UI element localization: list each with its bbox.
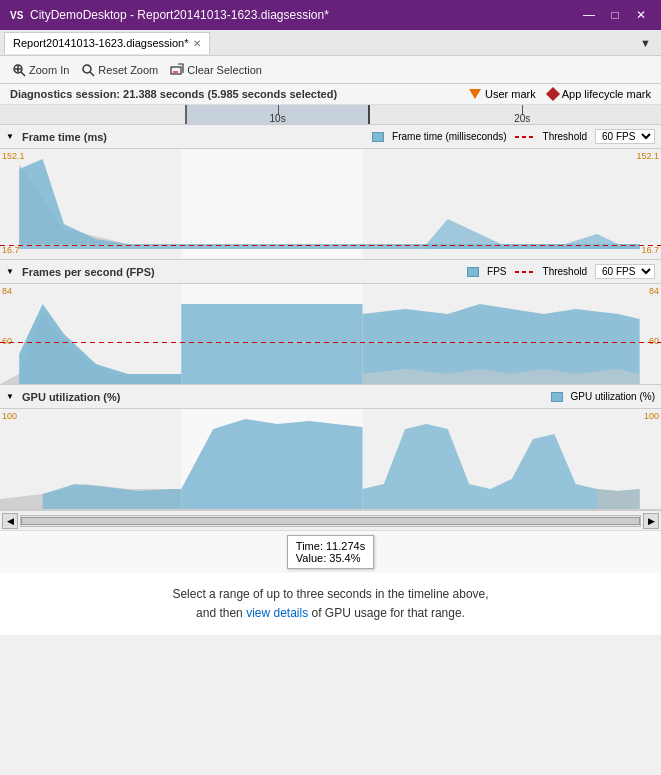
tooltip-time: Time: 11.274s xyxy=(296,540,365,552)
svg-marker-28 xyxy=(597,489,640,509)
ruler-label-10s: 10s xyxy=(270,113,286,124)
app-lifecycle-label: App lifecycle mark xyxy=(562,88,651,100)
zoom-in-icon xyxy=(12,63,26,77)
reset-zoom-label: Reset Zoom xyxy=(98,64,158,76)
user-mark-icon xyxy=(469,89,481,99)
gpu-legend-icon xyxy=(551,392,563,402)
tab-dropdown-icon[interactable]: ▼ xyxy=(634,35,657,51)
horizontal-scrollbar: ◀ ▶ xyxy=(0,510,661,530)
frame-time-top-right: 152.1 xyxy=(636,151,659,161)
tab-bar: Report20141013-1623.diagsession* ✕ ▼ xyxy=(0,30,661,56)
svg-point-6 xyxy=(83,65,91,73)
bottom-line2: and then view details of GPU usage for t… xyxy=(20,604,641,623)
window-title: CityDemoDesktop - Report20141013-1623.di… xyxy=(30,8,329,22)
fps-select-fps[interactable]: 60 FPS 30 FPS xyxy=(595,264,655,279)
fps-bottom-right: 60 xyxy=(649,336,659,346)
title-bar-left: VS CityDemoDesktop - Report20141013-1623… xyxy=(8,7,329,23)
svg-rect-11 xyxy=(181,149,362,259)
maximize-button[interactable]: □ xyxy=(603,3,627,27)
svg-rect-8 xyxy=(171,67,181,74)
chart-tooltip: Time: 11.274s Value: 35.4% xyxy=(287,535,374,569)
svg-line-3 xyxy=(21,72,25,76)
clear-selection-icon xyxy=(170,63,184,77)
fps-legend-label: FPS xyxy=(487,266,506,277)
fps-legend-icon xyxy=(467,267,479,277)
frame-time-bottom-left: 16.7 xyxy=(2,245,20,255)
fps-threshold-label: Threshold xyxy=(543,266,587,277)
tab-close-icon[interactable]: ✕ xyxy=(193,38,201,49)
frame-time-legend: Frame time (milliseconds) Threshold 60 F… xyxy=(372,129,655,144)
window-controls: — □ ✕ xyxy=(577,3,653,27)
frame-time-chart-body[interactable]: 152.1 16.7 152.1 16.7 xyxy=(0,149,661,259)
clear-selection-button[interactable]: Clear Selection xyxy=(166,61,266,79)
gpu-header: ▼ GPU utilization (%) GPU utilization (%… xyxy=(0,385,661,409)
close-button[interactable]: ✕ xyxy=(629,3,653,27)
scroll-thumb[interactable] xyxy=(21,517,640,525)
frame-time-section: ▼ Frame time (ms) Frame time (millisecon… xyxy=(0,125,661,260)
frame-time-svg xyxy=(0,149,661,259)
tooltip-container: Time: 11.274s Value: 35.4% xyxy=(0,530,661,573)
zoom-in-label: Zoom In xyxy=(29,64,69,76)
vs-icon: VS xyxy=(8,7,24,23)
timeline-ruler[interactable]: 10s 20s xyxy=(0,105,661,125)
tab-diagsession[interactable]: Report20141013-1623.diagsession* ✕ xyxy=(4,32,210,54)
frame-time-threshold-line xyxy=(0,245,661,246)
user-mark-label: User mark xyxy=(485,88,536,100)
reset-zoom-icon xyxy=(81,63,95,77)
frame-time-collapse[interactable]: ▼ xyxy=(6,133,14,141)
fps-threshold-icon xyxy=(515,271,535,273)
fps-collapse[interactable]: ▼ xyxy=(6,268,14,276)
scroll-right-button[interactable]: ▶ xyxy=(643,513,659,529)
zoom-in-button[interactable]: Zoom In xyxy=(8,61,73,79)
scroll-track[interactable] xyxy=(20,515,641,527)
app-lifecycle-icon xyxy=(546,87,560,101)
tooltip-value: Value: 35.4% xyxy=(296,552,365,564)
svg-marker-19 xyxy=(181,304,362,384)
fps-header: ▼ Frames per second (FPS) FPS Threshold … xyxy=(0,260,661,284)
info-bar: Diagnostics session: 21.388 seconds (5.9… xyxy=(0,84,661,105)
clear-selection-label: Clear Selection xyxy=(187,64,262,76)
gpu-top-left: 100 xyxy=(2,411,17,421)
gpu-title: GPU utilization (%) xyxy=(22,391,120,403)
ruler-label-20s: 20s xyxy=(514,113,530,124)
gpu-legend: GPU utilization (%) xyxy=(551,391,655,402)
legend: User mark App lifecycle mark xyxy=(469,88,651,100)
fps-threshold-line xyxy=(0,342,661,343)
gpu-collapse[interactable]: ▼ xyxy=(6,393,14,401)
toolbar: Zoom In Reset Zoom Clear Selection xyxy=(0,56,661,84)
bottom-line3-text: of GPU usage for that range. xyxy=(312,606,465,620)
gpu-chart-body[interactable]: 100 100 xyxy=(0,409,661,509)
reset-zoom-button[interactable]: Reset Zoom xyxy=(77,61,162,79)
minimize-button[interactable]: — xyxy=(577,3,601,27)
view-details-link[interactable]: view details xyxy=(246,606,308,620)
session-info: Diagnostics session: 21.388 seconds (5.9… xyxy=(10,88,337,100)
fps-select-frametime[interactable]: 60 FPS 30 FPS xyxy=(595,129,655,144)
bottom-line2-text: and then xyxy=(196,606,246,620)
frame-time-title: Frame time (ms) xyxy=(22,131,107,143)
frame-time-header: ▼ Frame time (ms) Frame time (millisecon… xyxy=(0,125,661,149)
gpu-svg xyxy=(0,409,661,509)
fps-section: ▼ Frames per second (FPS) FPS Threshold … xyxy=(0,260,661,385)
gpu-legend-label: GPU utilization (%) xyxy=(571,391,655,402)
threshold-legend-icon xyxy=(515,136,535,138)
ruler-inner: 10s 20s xyxy=(0,105,661,124)
bottom-section: Select a range of up to three seconds in… xyxy=(0,573,661,635)
bottom-line1: Select a range of up to three seconds in… xyxy=(20,585,641,604)
user-mark-legend: User mark xyxy=(469,88,536,100)
fps-bottom-left: 60 xyxy=(2,336,12,346)
fps-title: Frames per second (FPS) xyxy=(22,266,155,278)
fps-top-left: 84 xyxy=(2,286,12,296)
frame-time-bottom-right: 16.7 xyxy=(641,245,659,255)
fps-legend: FPS Threshold 60 FPS 30 FPS xyxy=(467,264,655,279)
frame-time-legend-icon xyxy=(372,132,384,142)
svg-line-7 xyxy=(90,72,94,76)
fps-svg xyxy=(0,284,661,384)
svg-text:VS: VS xyxy=(10,10,24,21)
tab-label: Report20141013-1623.diagsession* xyxy=(13,37,189,49)
frame-time-top-left: 152.1 xyxy=(2,151,25,161)
title-bar: VS CityDemoDesktop - Report20141013-1623… xyxy=(0,0,661,30)
scroll-left-button[interactable]: ◀ xyxy=(2,513,18,529)
fps-chart-body[interactable]: 84 60 84 60 xyxy=(0,284,661,384)
app-lifecycle-legend: App lifecycle mark xyxy=(548,88,651,100)
threshold-label: Threshold xyxy=(543,131,587,142)
